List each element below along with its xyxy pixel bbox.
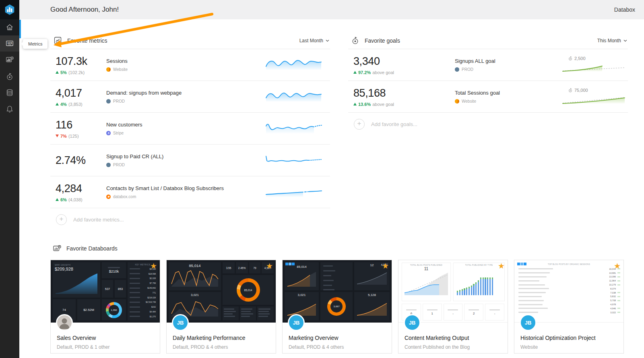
thumb-chart-value: 85,014 (171, 263, 219, 268)
favorite-metrics-panel: Favorite metrics Last Month 107.3k 5% (1… (50, 32, 330, 231)
thumb-chart-title: TOTAL PUBLISHED BY TYPE (455, 264, 503, 266)
goal-target-value: 2,500 (574, 56, 586, 61)
metrics-123-icon: 123 (5, 39, 14, 48)
databoards-icon (5, 55, 14, 64)
goal-delta: 97.2% (358, 70, 371, 75)
favorite-goals-icon (351, 36, 359, 45)
databox-logo[interactable] (0, 0, 19, 19)
databox-logo-icon (4, 4, 16, 16)
thumb-table: 16,04413,68113,39611,96410,2798,3747,038… (514, 267, 623, 315)
favorite-star-icon[interactable] (614, 261, 621, 271)
metric-row-contacts-smart-list[interactable]: 4,284 6% (4,038) Contacts by Smart List … (50, 176, 330, 208)
chevron-down-icon (326, 39, 329, 42)
databoard-card-daily-marketing-performance[interactable]: 85,014 3,021 3.55 2. (166, 260, 276, 354)
thumb-chart-title: TOTAL BLOG POSTS PUBLISHED (404, 264, 449, 266)
metric-sparkline (265, 153, 325, 168)
goals-icon (5, 72, 14, 81)
add-favorite-goals-button[interactable]: Add favorite goals... (348, 113, 628, 135)
databoard-thumbnail: TOTAL BLOG POSTS PUBLISHED 11 TOTAL PUBL… (398, 260, 508, 323)
goal-status: above goal (372, 70, 394, 75)
goal-chart: 75,000 (562, 88, 625, 106)
goal-row-signups[interactable]: 3,340 97.2% above goal Signups ALL goal … (348, 49, 628, 81)
metric-name: Signup to Paid CR (ALL) (106, 153, 265, 159)
goal-name: Total Sessions goal (455, 90, 562, 96)
prod-source-icon (106, 99, 111, 103)
metric-value: 116 (56, 119, 101, 131)
databoard-subtitle: Default, PROD & 4 others (173, 344, 276, 350)
databoard-card-sales-overview[interactable]: MRR GROWTH $209,928 $210k 537 853 (50, 260, 160, 354)
brand-name: Databox (614, 6, 635, 13)
favorite-goals-panel: Favorite goals This Month 3,340 97.2% ab… (348, 32, 628, 135)
databoard-card-content-marketing-output[interactable]: TOTAL BLOG POSTS PUBLISHED 11 TOTAL PUBL… (398, 260, 508, 354)
sidebar-item-goals[interactable] (0, 68, 19, 85)
databoard-card-historical-optimization-project[interactable]: TOP BLOG POSTS BY ORGANIC SESSIONS 16,04… (514, 260, 624, 354)
thumb-donut-chart: 3,067 (327, 297, 346, 316)
thumb-chart-value: 85,014 (287, 265, 317, 269)
sidebar-item-metrics[interactable]: 123 (0, 35, 19, 52)
thumb-chart-value: 5,128 (356, 293, 388, 297)
favorite-star-icon[interactable] (498, 261, 505, 271)
thumb-chart-value: 11 (404, 267, 449, 271)
databoard-title: Historical Optimization Project (520, 335, 623, 341)
owner-avatar: JB (172, 314, 189, 331)
favorite-metrics-icon (54, 36, 62, 45)
databoard-cards: MRR GROWTH $209,928 $210k 537 853 (50, 260, 624, 354)
metric-value: 4,284 (56, 182, 101, 195)
thumb-kpi: 79 (253, 267, 256, 269)
goal-status: above goal (372, 102, 394, 107)
sidebar-item-home[interactable] (0, 19, 19, 35)
add-favorite-metrics-button[interactable]: Add favorite metrics... (50, 208, 330, 231)
databoard-thumbnail: MRR GROWTH $209,928 $210k 537 853 (51, 260, 160, 323)
data-sources-icon (5, 88, 14, 97)
sidebar-item-data-sources[interactable] (0, 85, 19, 101)
metric-source: PROD (113, 163, 125, 167)
hubspot-source-icon (106, 195, 111, 199)
sidebar: 123 (0, 0, 19, 358)
goal-target-value: 75,000 (574, 88, 588, 93)
databoard-title: Sales Overview (57, 335, 160, 341)
thumb-kpi: 74 (62, 308, 66, 312)
favorite-goals-header: Favorite goals This Month (348, 32, 628, 49)
metric-previous: (125) (68, 134, 79, 139)
databoard-thumbnail: 85,014 12 4,507 (283, 260, 392, 323)
metric-source: Stripe (113, 131, 124, 135)
metric-rows: 107.3k 5% (102.2k) Sessions Website (50, 49, 330, 208)
up-arrow-icon (353, 71, 357, 74)
databox-home-page: 123 (0, 0, 644, 358)
home-icon (5, 23, 14, 32)
metrics-tooltip: Metrics (23, 39, 47, 49)
metric-row-demand-signups[interactable]: 4,017 4% (3,853) Demand: signups from we… (50, 81, 330, 113)
favorite-star-icon[interactable] (266, 261, 273, 271)
goals-period-dropdown[interactable]: This Month (597, 38, 627, 43)
metric-value: 2.74% (56, 154, 101, 167)
metric-sparkline (265, 89, 325, 104)
metric-row-signup-to-paid[interactable]: 2.74% Signup to Paid CR (ALL) PROD (50, 145, 330, 176)
thumb-kpi: $210k (109, 269, 119, 273)
website-source-icon (455, 99, 459, 103)
chevron-down-icon (623, 39, 627, 42)
databoard-subtitle: Website (520, 344, 623, 350)
thumb-chart-value: $209,928 (55, 267, 98, 271)
databoard-card-marketing-overview[interactable]: 85,014 12 4,507 (282, 260, 392, 354)
prod-source-icon (106, 163, 111, 167)
favorite-star-icon[interactable] (382, 261, 389, 271)
metric-row-sessions[interactable]: 107.3k 5% (102.2k) Sessions Website (50, 49, 330, 81)
sidebar-item-notifications[interactable] (0, 101, 19, 117)
thumb-kpi: 537 (105, 287, 110, 291)
goal-target-icon (568, 56, 573, 61)
metric-sparkline (265, 58, 325, 72)
favorite-databoards-title: Favorite Databoards (66, 245, 118, 252)
metrics-period-dropdown[interactable]: Last Month (299, 38, 329, 43)
goal-row-total-sessions[interactable]: 85,168 13.6% above goal Total Sessions g… (348, 81, 628, 113)
sidebar-item-databoards[interactable] (0, 52, 19, 68)
favorite-star-icon[interactable] (150, 261, 157, 271)
metric-row-new-customers[interactable]: 116 7% (125) New customers Stripe (50, 113, 330, 145)
metric-value: 107.3k (56, 55, 101, 68)
top-header: Good Afternoon, John! Databox (19, 0, 644, 19)
notifications-bell-icon (5, 105, 14, 114)
owner-avatar-photo (56, 314, 73, 331)
metric-source: PROD (113, 99, 125, 103)
plus-icon (354, 119, 365, 130)
thumb-kpi: 853 (118, 287, 123, 291)
loading-indicator (517, 263, 526, 265)
